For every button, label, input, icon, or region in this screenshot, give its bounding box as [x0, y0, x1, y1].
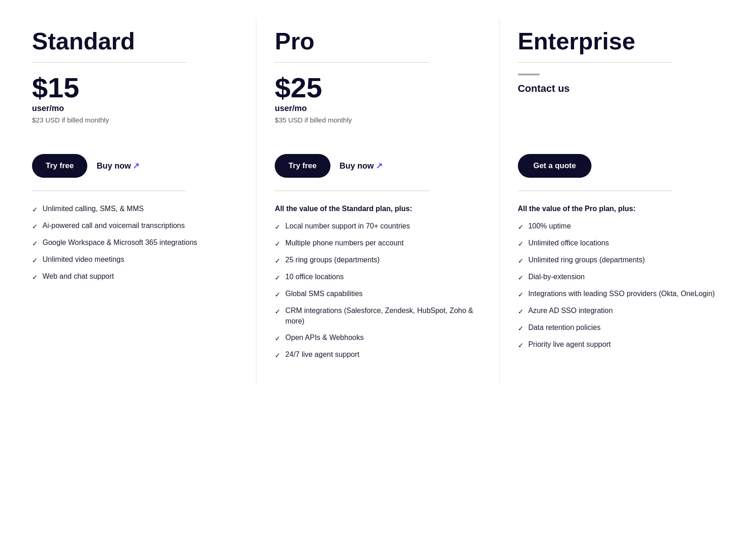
- list-item: ✓ Open APIs & Webhooks: [275, 333, 480, 343]
- list-item: ✓ 100% uptime: [518, 221, 724, 232]
- enterprise-get-quote-button[interactable]: Get a quote: [518, 154, 592, 178]
- check-icon: ✓: [518, 290, 524, 299]
- check-icon: ✓: [32, 205, 38, 214]
- list-item: ✓ Unlimited calling, SMS, & MMS: [32, 204, 238, 214]
- enterprise-divider: [518, 62, 672, 63]
- list-item: ✓ Unlimited ring groups (departments): [518, 255, 724, 265]
- enterprise-btn-row: Get a quote: [518, 154, 724, 178]
- check-icon: ✓: [275, 290, 281, 299]
- pro-intro-text: All the value of the Standard plan, plus…: [275, 204, 480, 214]
- pro-buy-now-button[interactable]: Buy now ↗: [340, 161, 383, 171]
- enterprise-contact-label: Contact us: [518, 83, 724, 95]
- pro-features-divider: [275, 191, 429, 191]
- standard-period: user/mo: [32, 104, 238, 113]
- standard-price: $15: [32, 74, 238, 102]
- enterprise-features-list: ✓ 100% uptime ✓ Unlimited office locatio…: [518, 221, 724, 350]
- standard-title: Standard: [32, 27, 238, 55]
- enterprise-title: Enterprise: [518, 27, 724, 55]
- standard-btn-row: Try free Buy now ↗: [32, 154, 238, 178]
- list-item: ✓ 10 office locations: [275, 272, 480, 282]
- standard-buy-now-button[interactable]: Buy now ↗: [96, 161, 139, 171]
- enterprise-price-dash: [518, 74, 540, 75]
- plan-pro: Pro $25 user/mo $35 USD if billed monthl…: [256, 18, 499, 385]
- standard-buy-now-arrow-icon: ↗: [133, 161, 139, 171]
- pro-buy-now-arrow-icon: ↗: [376, 161, 383, 171]
- check-icon: ✓: [32, 272, 38, 282]
- standard-features-list: ✓ Unlimited calling, SMS, & MMS ✓ Ai-pow…: [32, 204, 238, 282]
- check-icon: ✓: [275, 239, 281, 249]
- standard-note: $23 USD if billed monthly: [32, 116, 238, 124]
- check-icon: ✓: [518, 273, 524, 282]
- check-icon: ✓: [518, 222, 524, 232]
- check-icon: ✓: [275, 273, 281, 282]
- pro-divider: [275, 62, 429, 63]
- list-item: ✓ 25 ring groups (departments): [275, 255, 480, 265]
- pro-features-list: ✓ Local number support in 70+ countries …: [275, 221, 480, 360]
- list-item: ✓ Local number support in 70+ countries: [275, 221, 480, 232]
- check-icon: ✓: [275, 350, 281, 360]
- check-icon: ✓: [32, 239, 38, 248]
- list-item: ✓ Global SMS capabilities: [275, 289, 480, 299]
- pro-price: $25: [275, 74, 480, 102]
- check-icon: ✓: [518, 340, 524, 350]
- check-icon: ✓: [518, 239, 524, 249]
- list-item: ✓ Integrations with leading SSO provider…: [518, 289, 724, 299]
- pro-period: user/mo: [275, 104, 480, 113]
- check-icon: ✓: [275, 222, 281, 232]
- standard-price-block: $15 user/mo $23 USD if billed monthly: [32, 74, 238, 138]
- list-item: ✓ Azure AD SSO integration: [518, 306, 724, 316]
- check-icon: ✓: [275, 256, 281, 265]
- check-icon: ✓: [32, 222, 38, 231]
- pricing-grid: Standard $15 user/mo $23 USD if billed m…: [14, 18, 742, 385]
- standard-features-divider: [32, 191, 186, 191]
- list-item: ✓ Data retention policies: [518, 323, 724, 333]
- enterprise-price-block: Contact us: [518, 74, 724, 138]
- pro-price-block: $25 user/mo $35 USD if billed monthly: [275, 74, 480, 138]
- list-item: ✓ Ai-powered call and voicemail transcri…: [32, 221, 238, 231]
- plan-standard: Standard $15 user/mo $23 USD if billed m…: [14, 18, 256, 385]
- pro-title: Pro: [275, 27, 480, 55]
- check-icon: ✓: [32, 255, 38, 265]
- list-item: ✓ Priority live agent support: [518, 340, 724, 350]
- pro-try-free-button[interactable]: Try free: [275, 154, 330, 178]
- list-item: ✓ Unlimited video meetings: [32, 255, 238, 265]
- enterprise-intro-text: All the value of the Pro plan, plus:: [518, 204, 724, 214]
- standard-try-free-button[interactable]: Try free: [32, 154, 87, 178]
- pro-btn-row: Try free Buy now ↗: [275, 154, 480, 178]
- check-icon: ✓: [518, 256, 524, 265]
- standard-divider: [32, 62, 186, 63]
- list-item: ✓ CRM integrations (Salesforce, Zendesk,…: [275, 306, 480, 326]
- list-item: ✓ Dial-by-extension: [518, 272, 724, 282]
- plan-enterprise: Enterprise Contact us Get a quote All th…: [500, 18, 742, 385]
- list-item: ✓ Google Workspace & Microsoft 365 integ…: [32, 238, 238, 248]
- list-item: ✓ Unlimited office locations: [518, 238, 724, 249]
- check-icon: ✓: [518, 324, 524, 333]
- list-item: ✓ Web and chat support: [32, 271, 238, 282]
- enterprise-features-divider: [518, 191, 672, 191]
- list-item: ✓ Multiple phone numbers per account: [275, 238, 480, 249]
- list-item: ✓ 24/7 live agent support: [275, 350, 480, 360]
- check-icon: ✓: [518, 307, 524, 316]
- check-icon: ✓: [275, 307, 281, 316]
- check-icon: ✓: [275, 334, 281, 343]
- pro-note: $35 USD if billed monthly: [275, 116, 480, 124]
